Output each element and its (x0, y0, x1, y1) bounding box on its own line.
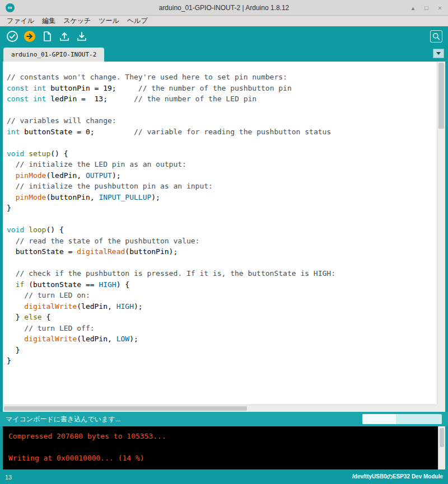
code-line: // initialize the pushbutton pin as an i… (7, 181, 437, 192)
code-line: } else { (7, 312, 437, 323)
code-line: // variables will change: (7, 115, 437, 126)
menu-item[interactable]: スケッチ (59, 16, 95, 26)
console-lines: Compressed 207680 bytes to 105353...Writ… (8, 431, 440, 464)
verify-button[interactable] (6, 30, 19, 43)
code-line: } (7, 203, 437, 214)
console-scrollbar[interactable] (438, 426, 445, 469)
code-line: void loop() { (7, 224, 437, 236)
toolbar (0, 26, 448, 46)
scrollbar-thumb[interactable] (440, 428, 444, 447)
code-line (7, 214, 437, 225)
code-line: // constants won't change. They're used … (7, 72, 437, 83)
tab-dropdown-button[interactable] (433, 49, 444, 58)
serial-monitor-button[interactable] (430, 30, 442, 43)
menu-item[interactable]: ツール (95, 16, 123, 26)
code-line: void setup() { (7, 148, 437, 159)
minimize-icon[interactable]: ▴ (409, 4, 417, 12)
code-line: digitalWrite(ledPin, LOW); (7, 333, 437, 345)
code-line: } (7, 355, 437, 366)
code-line: digitalWrite(ledPin, HIGH); (7, 301, 437, 312)
code-area[interactable]: // constants won't change. They're used … (3, 62, 437, 405)
close-icon[interactable]: × (436, 4, 444, 11)
upload-button[interactable] (23, 30, 36, 43)
toolbar-buttons (6, 30, 88, 43)
code-editor: // constants won't change. They're used … (3, 62, 445, 412)
scrollbar-thumb[interactable] (4, 406, 247, 411)
board-port-info: /dev/ttyUSB0のESP32 Dev Module (352, 473, 443, 481)
title-bar: ∞ arduino_01-GPIO-INOUT-2 | Arduino 1.8.… (0, 0, 448, 16)
menu-item[interactable]: ファイル (3, 16, 38, 26)
cursor-line-number: 13 (5, 474, 12, 481)
code-line: // turn LED off: (7, 323, 437, 334)
tab-sketch[interactable]: arduino_01-GPIO-INOUT-2 (3, 48, 104, 62)
upload-progress-bar (362, 414, 442, 424)
chevron-down-icon (436, 52, 441, 55)
code-line: // check if the pushbutton is pressed. I… (7, 268, 437, 279)
editor-vertical-scrollbar[interactable] (437, 62, 445, 405)
code-line: pinMode(buttonPin, INPUT_PULLUP); (7, 192, 437, 203)
console-output: Compressed 207680 bytes to 105353...Writ… (3, 426, 445, 469)
window-controls: ▴ □ × (409, 0, 444, 16)
footer-bar: 13 /dev/ttyUSB0のESP32 Dev Module (0, 469, 448, 484)
menu-item[interactable]: ヘルプ (123, 16, 152, 26)
status-message: マイコンボードに書き込んでいます... (6, 412, 121, 426)
console-line: Writing at 0x00010000... (14 %) (8, 453, 440, 464)
open-button[interactable] (58, 30, 71, 43)
upload-progress-fill (362, 414, 396, 424)
console-line: Compressed 207680 bytes to 105353... (8, 431, 440, 442)
code-line: } (7, 345, 437, 356)
menu-item[interactable]: 編集 (38, 16, 59, 26)
code-line (7, 137, 437, 148)
code-line: // read the state of the pushbutton valu… (7, 236, 437, 247)
menu-bar: ファイル編集スケッチツールヘルプ (0, 16, 448, 26)
tab-strip: arduino_01-GPIO-INOUT-2 (0, 46, 448, 62)
arduino-logo-icon: ∞ (6, 3, 15, 12)
code-line (7, 257, 437, 269)
maximize-icon[interactable]: □ (423, 4, 430, 11)
save-button[interactable] (75, 30, 88, 43)
scrollbar-corner (437, 405, 445, 412)
editor-horizontal-scrollbar[interactable] (3, 405, 437, 412)
code-line: if (buttonState == HIGH) { (7, 279, 437, 290)
code-line: int buttonState = 0; // variable for rea… (7, 126, 437, 138)
scrollbar-thumb[interactable] (438, 63, 444, 129)
code-line: pinMode(ledPin, OUTPUT); (7, 170, 437, 181)
status-strip: マイコンボードに書き込んでいます... (0, 412, 448, 426)
code-line: // initialize the LED pin as an output: (7, 159, 437, 170)
arduino-ide-window: ∞ arduino_01-GPIO-INOUT-2 | Arduino 1.8.… (0, 0, 448, 484)
code-line (7, 105, 437, 116)
code-line: // turn LED on: (7, 290, 437, 301)
code-line: buttonState = digitalRead(buttonPin); (7, 246, 437, 257)
console-line (8, 442, 440, 453)
new-sketch-button[interactable] (40, 30, 54, 43)
code-line: const int buttonPin = 19; // the number … (7, 83, 437, 94)
code-line: const int ledPin = 13; // the number of … (7, 93, 437, 105)
window-title: arduino_01-GPIO-INOUT-2 | Arduino 1.8.12 (34, 0, 414, 16)
